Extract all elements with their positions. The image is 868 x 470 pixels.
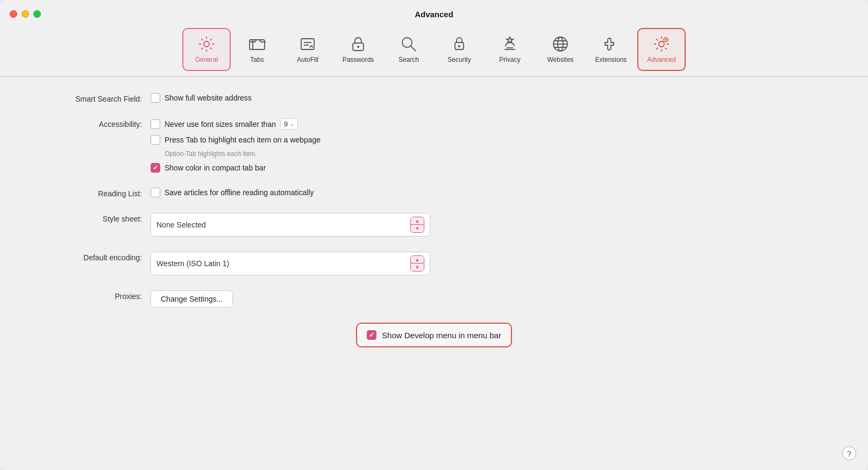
font-size-value: 9: [284, 120, 288, 128]
reading-list-option: Save articles for offline reading automa…: [151, 188, 836, 197]
accessibility-controls: Never use font sizes smaller than 9 ⌄ Pr…: [151, 118, 836, 173]
proxies-label: Proxies:: [32, 290, 151, 301]
search-icon: [400, 35, 417, 53]
accessibility-option3-label: Show color in compact tab bar: [165, 163, 266, 172]
encoding-controls: Western (ISO Latin 1) ▲ ▼: [151, 252, 836, 275]
maximize-button[interactable]: [33, 10, 41, 18]
tab-tabs-label: Tabs: [250, 56, 264, 63]
svg-point-11: [458, 45, 460, 47]
svg-point-7: [357, 46, 359, 48]
stepper-down[interactable]: ▼: [411, 225, 424, 232]
smart-search-controls: Show full website address: [151, 93, 836, 103]
general-icon: [198, 35, 215, 53]
stepper-up[interactable]: ▲: [411, 217, 424, 225]
accessibility-option2-row: Press Tab to highlight each item on a we…: [151, 135, 836, 145]
smart-search-row: Smart Search Field: Show full website ad…: [32, 93, 836, 103]
privacy-icon: [501, 35, 518, 53]
accessibility-option2-label: Press Tab to highlight each item on a we…: [165, 136, 321, 144]
tab-websites[interactable]: Websites: [536, 28, 585, 71]
tab-privacy[interactable]: Privacy: [486, 28, 534, 71]
svg-point-0: [204, 41, 209, 47]
settings-content: Smart Search Field: Show full website ad…: [0, 77, 868, 470]
tab-tabs[interactable]: Tabs: [233, 28, 281, 71]
tab-passwords[interactable]: Passwords: [334, 28, 382, 71]
develop-checkbox[interactable]: [367, 330, 376, 340]
reading-list-option-label: Save articles for offline reading automa…: [165, 188, 314, 197]
security-icon: [451, 35, 468, 53]
tab-autofill[interactable]: AutoFill: [283, 28, 332, 71]
tab-extensions[interactable]: Extensions: [587, 28, 635, 71]
smart-search-option: Show full website address: [151, 93, 836, 103]
svg-point-8: [402, 38, 412, 47]
proxies-row: Proxies: Change Settings...: [32, 290, 836, 308]
tab-privacy-label: Privacy: [499, 56, 520, 63]
tab-security-label: Security: [447, 56, 471, 63]
tab-search[interactable]: Search: [385, 28, 433, 71]
tab-general[interactable]: General: [182, 28, 231, 71]
autofill-icon: [299, 35, 316, 53]
svg-point-15: [659, 41, 664, 47]
accessibility-option1-label: Never use font sizes smaller than: [165, 120, 276, 129]
smart-search-option-label: Show full website address: [165, 94, 252, 102]
websites-icon: [552, 35, 569, 53]
main-window: Advanced General Tabs: [0, 0, 868, 470]
smart-search-label: Smart Search Field:: [32, 93, 151, 103]
style-sheet-stepper[interactable]: ▲ ▼: [410, 217, 424, 233]
window-title: Advanced: [415, 10, 453, 19]
encoding-select[interactable]: Western (ISO Latin 1) ▲ ▼: [151, 252, 430, 275]
accessibility-option3-row: Show color in compact tab bar: [151, 163, 836, 173]
develop-option-box: Show Develop menu in menu bar: [356, 323, 512, 347]
encoding-row: Default encoding: Western (ISO Latin 1) …: [32, 252, 836, 275]
accessibility-checkbox3[interactable]: [151, 163, 160, 173]
proxies-controls: Change Settings...: [151, 290, 836, 308]
svg-rect-1: [250, 40, 265, 49]
passwords-icon: [350, 35, 367, 53]
accessibility-checkbox1[interactable]: [151, 119, 160, 129]
encoding-value: Western (ISO Latin 1): [156, 259, 229, 268]
encoding-label: Default encoding:: [32, 252, 151, 262]
tab-search-label: Search: [399, 56, 419, 63]
reading-list-checkbox[interactable]: [151, 188, 160, 197]
accessibility-option1-row: Never use font sizes smaller than 9 ⌄: [151, 118, 836, 130]
advanced-icon: [653, 35, 670, 53]
tabs-icon: [248, 35, 266, 53]
style-sheet-row: Style sheet: None Selected ▲ ▼: [32, 213, 836, 237]
tab-security[interactable]: Security: [435, 28, 483, 71]
font-size-select[interactable]: 9 ⌄: [280, 118, 298, 130]
style-sheet-select[interactable]: None Selected ▲ ▼: [151, 213, 430, 237]
tab-websites-label: Websites: [547, 56, 573, 63]
change-settings-button[interactable]: Change Settings...: [151, 290, 233, 308]
encoding-stepper-down[interactable]: ▼: [411, 264, 424, 271]
accessibility-row: Accessibility: Never use font sizes smal…: [32, 118, 836, 173]
style-sheet-controls: None Selected ▲ ▼: [151, 213, 836, 237]
traffic-lights: [10, 10, 41, 18]
titlebar: Advanced: [0, 0, 868, 28]
svg-line-9: [411, 46, 416, 51]
tab-extensions-label: Extensions: [595, 56, 627, 63]
close-button[interactable]: [10, 10, 17, 18]
tab-autofill-label: AutoFill: [297, 56, 318, 63]
tab-advanced[interactable]: Advanced: [637, 28, 686, 71]
smart-search-checkbox[interactable]: [151, 93, 160, 103]
extensions-icon: [602, 35, 620, 53]
svg-rect-3: [301, 39, 314, 49]
reading-list-row: Reading List: Save articles for offline …: [32, 188, 836, 198]
reading-list-controls: Save articles for offline reading automa…: [151, 188, 836, 197]
font-size-chevron: ⌄: [290, 121, 294, 127]
minimize-button[interactable]: [22, 10, 29, 18]
develop-row: Show Develop menu in menu bar: [32, 323, 836, 347]
style-sheet-label: Style sheet:: [32, 213, 151, 223]
accessibility-checkbox2[interactable]: [151, 135, 160, 145]
accessibility-hint: Option-Tab highlights each item.: [165, 150, 836, 158]
accessibility-label: Accessibility:: [32, 118, 151, 129]
encoding-stepper[interactable]: ▲ ▼: [410, 255, 424, 272]
tab-general-label: General: [195, 56, 218, 63]
style-sheet-value: None Selected: [156, 220, 206, 229]
reading-list-label: Reading List:: [32, 188, 151, 198]
tab-passwords-label: Passwords: [343, 56, 374, 63]
develop-label: Show Develop menu in menu bar: [382, 331, 501, 340]
encoding-stepper-up[interactable]: ▲: [411, 256, 424, 264]
toolbar: General Tabs Au: [0, 28, 868, 77]
help-button[interactable]: ?: [842, 446, 856, 460]
tab-advanced-label: Advanced: [647, 56, 675, 63]
